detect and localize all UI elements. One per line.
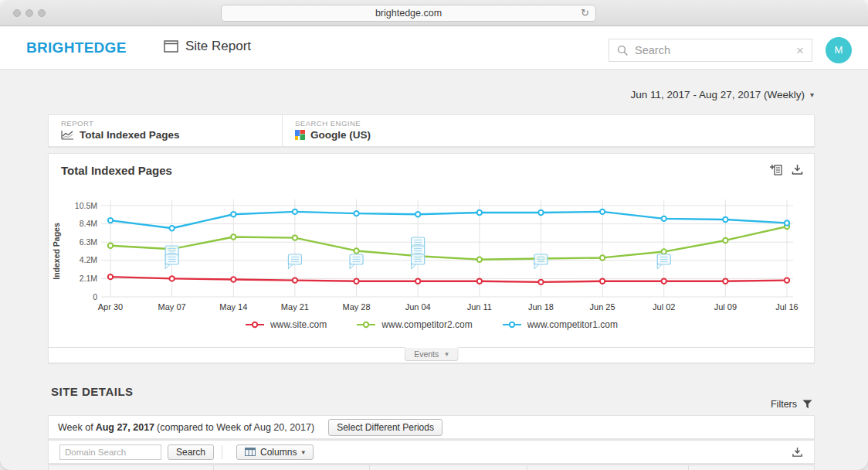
y-tick-label: 8.4M [80, 219, 97, 228]
google-icon [295, 130, 305, 140]
data-point [169, 276, 174, 281]
data-point [415, 279, 420, 284]
download-table-icon[interactable] [792, 447, 803, 458]
chevron-down-icon: ▾ [301, 448, 305, 456]
refresh-icon[interactable]: ↻ [581, 5, 589, 21]
legend-item[interactable]: www.competitor2.com [356, 319, 472, 330]
data-point [415, 212, 420, 216]
data-point [538, 280, 543, 284]
line-chart-icon [61, 130, 74, 140]
window-close-button[interactable] [13, 9, 21, 17]
data-point [477, 210, 482, 215]
download-chart-icon[interactable] [792, 164, 803, 175]
window-zoom-button[interactable] [38, 9, 46, 17]
filter-funnel-icon [802, 400, 812, 409]
columns-table-icon [245, 448, 256, 456]
filters-button[interactable]: Filters [771, 399, 812, 410]
search-clear-icon[interactable]: × [796, 44, 804, 57]
data-point [354, 248, 358, 253]
indexed-pages-chart: 02.1M4.2M6.3M8.4M10.5MApr 30May 07May 14… [49, 194, 815, 316]
x-tick-label: Jul 16 [775, 302, 798, 312]
x-tick-label: May 07 [158, 302, 186, 312]
legend-marker [356, 321, 376, 329]
period-bar: Week ofAug 27, 2017(compared to Week of … [48, 415, 815, 439]
chart-panel: Total Indexed Pages 02.1M4.2M6.3M8.4M10.… [48, 153, 815, 363]
domain-search-input[interactable] [59, 444, 161, 460]
data-point [538, 210, 543, 215]
x-tick-label: Apr 30 [98, 302, 123, 312]
user-avatar[interactable]: M [826, 37, 852, 63]
site-details-title: SITE DETAILS [51, 385, 134, 398]
select-different-periods-button[interactable]: Select Different Periods [328, 419, 442, 436]
add-to-dashboard-icon[interactable] [770, 164, 782, 175]
legend-marker [245, 321, 265, 329]
data-point [293, 209, 297, 214]
table-column-header [49, 465, 214, 470]
columns-button-label: Columns [260, 447, 297, 458]
y-tick-label: 2.1M [80, 274, 97, 283]
x-tick-label: May 28 [343, 302, 371, 312]
data-point [108, 243, 113, 247]
table-column-header [370, 465, 527, 470]
data-point [108, 218, 113, 223]
legend-item[interactable]: www.site.com [245, 319, 327, 330]
search-icon [617, 45, 629, 56]
data-point [293, 235, 297, 240]
report-selector[interactable]: REPORT Total Indexed Pages [49, 115, 283, 146]
x-tick-label: Jun 25 [590, 302, 615, 312]
chevron-down-icon: ▾ [445, 350, 449, 358]
filters-label: Filters [771, 399, 797, 410]
report-label: REPORT [61, 119, 282, 128]
period-week: Aug 27, 2017 [96, 422, 154, 433]
legend-item[interactable]: www.competitor1.com [502, 319, 618, 330]
search-engine-selector[interactable]: SEARCH ENGINE Google (US) [283, 115, 814, 146]
period-comparison: (compared to Week of Aug 20, 2017) [157, 422, 314, 433]
x-tick-label: May 21 [281, 302, 309, 312]
x-tick-label: Jul 02 [653, 302, 675, 312]
table-toolbar: Search Columns ▾ [48, 440, 815, 464]
page-title: Site Report [185, 39, 251, 54]
data-point [477, 279, 482, 284]
x-tick-label: May 14 [219, 302, 247, 312]
series-www.competitor2.com [108, 224, 789, 262]
table-header-partial [48, 465, 815, 470]
y-axis-label: Indexed Pages [52, 223, 61, 280]
data-point [231, 234, 236, 239]
url-bar[interactable]: brightedge.com ↻ [221, 5, 596, 22]
data-point [600, 279, 605, 284]
legend-label: www.competitor2.com [381, 319, 472, 330]
period-text: Week ofAug 27, 2017(compared to Week of … [58, 422, 314, 433]
data-point [662, 279, 666, 284]
search-input[interactable] [635, 44, 796, 56]
window-minimize-button[interactable] [25, 9, 33, 17]
data-point [723, 279, 727, 284]
chart-actions [770, 164, 803, 175]
brightedge-logo[interactable]: BRIGHTEDGE [26, 39, 127, 56]
date-range-label: Jun 11, 2017 - Aug 27, 2017 (Weekly) [631, 89, 805, 100]
y-tick-label: 6.3M [80, 237, 97, 247]
table-column-header [689, 465, 814, 470]
search-engine-label: SEARCH ENGINE [295, 119, 814, 128]
legend-label: www.competitor1.com [527, 319, 618, 330]
search-engine-value: Google (US) [310, 129, 371, 141]
data-point [662, 216, 666, 221]
data-point [600, 209, 605, 214]
domain-search-button[interactable]: Search [168, 444, 214, 460]
app-header: BRIGHTEDGE Site Report × M [0, 26, 868, 70]
data-point [723, 217, 727, 222]
date-range-selector[interactable]: Jun 11, 2017 - Aug 27, 2017 (Weekly) ▾ [631, 89, 814, 100]
data-point [354, 211, 358, 216]
data-point [662, 249, 666, 254]
legend-marker [502, 321, 522, 329]
data-point [293, 278, 297, 282]
data-point [723, 238, 727, 243]
global-search: × [609, 39, 812, 62]
events-button[interactable]: Events ▾ [404, 347, 459, 361]
chart-title: Total Indexed Pages [61, 164, 172, 177]
data-point [785, 278, 789, 282]
columns-button[interactable]: Columns ▾ [236, 444, 314, 460]
series-www.site.com [108, 274, 789, 284]
data-point [354, 279, 358, 284]
report-window-icon [164, 40, 178, 53]
page-title-group: Site Report [164, 39, 251, 54]
